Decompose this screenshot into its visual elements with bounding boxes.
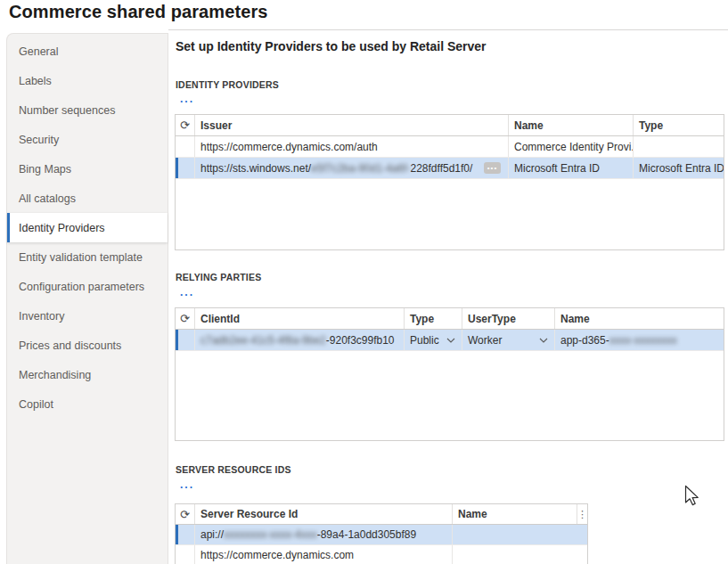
server-resource-ids-grid-header: ⟳ Server Resource Id Name ⋮ bbox=[176, 504, 587, 525]
refresh-icon[interactable]: ⟳ bbox=[176, 115, 195, 135]
clientid-text: -920f3c99fb10 bbox=[326, 334, 395, 347]
relying-parties-title: RELYING PARTIES bbox=[176, 272, 261, 282]
sidebar-item-all-catalogs[interactable]: All catalogs bbox=[7, 184, 168, 213]
column-header-clientid[interactable]: ClientId bbox=[195, 308, 405, 329]
sidebar-item-configuration-parameters[interactable]: Configuration parameters bbox=[7, 272, 168, 301]
relying-parties-grid: ⟳ ClientId Type UserType Name c7adb2ee-4… bbox=[175, 307, 724, 441]
chevron-down-icon bbox=[539, 338, 548, 343]
redacted-text: xxxx-xxxxxxxx bbox=[609, 334, 677, 347]
table-row[interactable]: https://commerce.dynamics.com bbox=[176, 545, 587, 564]
redacted-text: c7adb2ee-41c5-4f8a-9be2 bbox=[200, 334, 326, 347]
page-title: Commerce shared parameters bbox=[9, 2, 268, 22]
type-value: Public bbox=[410, 334, 439, 347]
sidebar-item-inventory[interactable]: Inventory bbox=[7, 301, 168, 331]
server-resource-ids-grid: ⟳ Server Resource Id Name ⋮ api://xxxxxx… bbox=[175, 503, 588, 564]
issuer-text: 228fdff5d1f0/ bbox=[410, 162, 472, 175]
column-header-server-resource-id[interactable]: Server Resource Id bbox=[195, 504, 453, 524]
grid-empty-area bbox=[176, 351, 724, 440]
refresh-icon[interactable]: ⟳ bbox=[176, 308, 195, 329]
table-row[interactable]: c7adb2ee-41c5-4f8a-9be2-920f3c99fb10 Pub… bbox=[176, 330, 724, 351]
row-selector[interactable] bbox=[176, 158, 195, 178]
settings-sidebar: General Labels Number sequences Security… bbox=[6, 33, 168, 564]
column-header-name[interactable]: Name bbox=[555, 308, 724, 329]
issuer-text: https://sts.windows.net/ bbox=[200, 162, 311, 175]
column-header-name[interactable]: Name bbox=[509, 115, 634, 135]
server-resource-id-cell[interactable]: https://commerce.dynamics.com bbox=[195, 545, 453, 564]
identity-providers-grid-header: ⟳ Issuer Name Type bbox=[176, 115, 724, 136]
type-cell[interactable] bbox=[634, 136, 724, 157]
server-resource-ids-more-button[interactable]: ... bbox=[180, 480, 194, 489]
name-text: app-d365- bbox=[560, 334, 609, 347]
clientid-cell[interactable]: c7adb2ee-41c5-4f8a-9be2-920f3c99fb10 bbox=[195, 330, 405, 350]
column-header-type[interactable]: Type bbox=[634, 115, 724, 135]
name-cell[interactable]: Commerce Identity Provi... bbox=[509, 136, 634, 157]
sidebar-item-bing-maps[interactable]: Bing Maps bbox=[7, 154, 168, 184]
identity-providers-grid: ⟳ Issuer Name Type https://commerce.dyna… bbox=[175, 114, 724, 250]
sidebar-item-identity-providers[interactable]: Identity Providers bbox=[7, 213, 168, 242]
server-resource-id-cell[interactable]: api://xxxxxxxx-xxxx-4xxx-89a4-1a0dd305bf… bbox=[195, 525, 453, 544]
column-header-usertype[interactable]: UserType bbox=[462, 308, 555, 329]
sidebar-item-general[interactable]: General bbox=[7, 37, 168, 66]
relying-parties-grid-header: ⟳ ClientId Type UserType Name bbox=[176, 308, 724, 330]
identity-providers-more-button[interactable]: ... bbox=[180, 94, 194, 103]
resource-id-text: -89a4-1a0dd305bf89 bbox=[317, 528, 416, 541]
section-heading: Set up Identity Providers to be used by … bbox=[176, 39, 487, 53]
sidebar-item-entity-validation-template[interactable]: Entity validation template bbox=[7, 242, 168, 272]
name-cell[interactable]: app-d365-xxxx-xxxxxxxx bbox=[555, 330, 724, 350]
sidebar-item-prices-and-discounts[interactable]: Prices and discounts bbox=[7, 331, 168, 360]
row-selector[interactable] bbox=[176, 136, 195, 157]
row-selector[interactable] bbox=[176, 330, 195, 350]
usertype-dropdown[interactable]: Worker bbox=[462, 330, 555, 350]
usertype-value: Worker bbox=[468, 334, 502, 347]
sidebar-item-number-sequences[interactable]: Number sequences bbox=[7, 95, 168, 125]
redacted-text: xxxxxxxx-xxxx-4xxx bbox=[224, 528, 317, 541]
sidebar-item-labels[interactable]: Labels bbox=[7, 66, 168, 95]
row-selector[interactable] bbox=[176, 525, 195, 544]
issuer-cell[interactable]: https://commerce.dynamics.com/auth bbox=[195, 136, 509, 157]
column-header-type[interactable]: Type bbox=[405, 308, 462, 329]
type-dropdown[interactable]: Public bbox=[405, 330, 462, 350]
chevron-down-icon bbox=[446, 338, 455, 343]
row-selector[interactable] bbox=[176, 545, 195, 564]
type-cell[interactable]: Microsoft Entra ID bbox=[634, 158, 724, 178]
sidebar-item-copilot[interactable]: Copilot bbox=[7, 389, 168, 419]
column-options-icon[interactable]: ⋮ bbox=[577, 504, 587, 524]
open-flyout-button[interactable]: ••• bbox=[484, 162, 501, 174]
relying-parties-more-button[interactable]: ... bbox=[180, 288, 194, 297]
name-cell[interactable] bbox=[453, 545, 587, 564]
name-cell[interactable]: Microsoft Entra ID bbox=[509, 158, 634, 178]
table-row[interactable]: https://commerce.dynamics.com/auth Comme… bbox=[176, 136, 724, 158]
issuer-cell[interactable]: https://sts.windows.net/e5f7c2ba-90d1-4a… bbox=[195, 158, 509, 178]
identity-providers-title: IDENTITY PROVIDERS bbox=[176, 79, 279, 90]
column-header-name[interactable]: Name bbox=[453, 504, 577, 524]
server-resource-ids-title: SERVER RESOURCE IDS bbox=[176, 464, 291, 475]
resource-id-text: api:// bbox=[200, 528, 224, 541]
table-row[interactable]: api://xxxxxxxx-xxxx-4xxx-89a4-1a0dd305bf… bbox=[176, 525, 587, 545]
redacted-text: e5f7c2ba-90d1-4a6f- bbox=[311, 162, 410, 175]
content-panel bbox=[168, 29, 728, 564]
column-header-issuer[interactable]: Issuer bbox=[195, 115, 509, 135]
name-cell[interactable] bbox=[453, 525, 587, 544]
sidebar-item-merchandising[interactable]: Merchandising bbox=[7, 360, 168, 389]
table-row[interactable]: https://sts.windows.net/e5f7c2ba-90d1-4a… bbox=[176, 158, 724, 179]
sidebar-item-security[interactable]: Security bbox=[7, 125, 168, 154]
refresh-icon[interactable]: ⟳ bbox=[176, 504, 195, 524]
grid-empty-area bbox=[176, 179, 724, 249]
